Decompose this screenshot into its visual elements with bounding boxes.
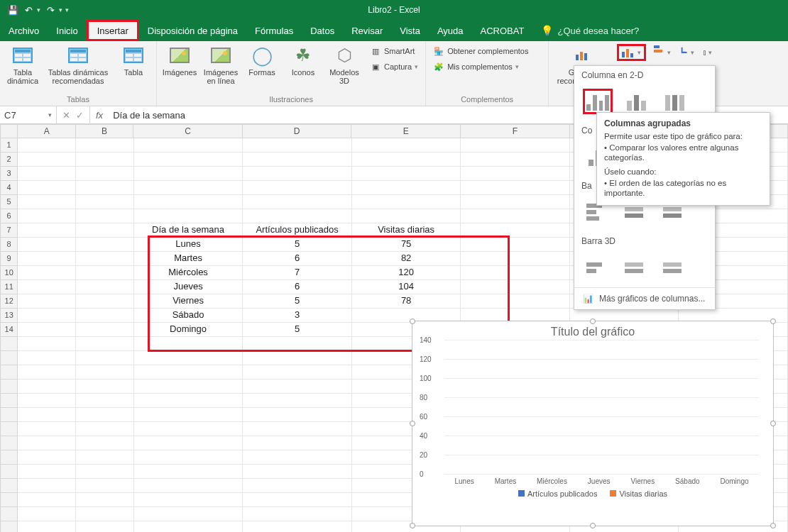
cell[interactable] bbox=[134, 493, 243, 507]
row-header[interactable]: 14 bbox=[0, 323, 18, 337]
cell[interactable] bbox=[76, 195, 134, 209]
cell[interactable] bbox=[76, 153, 134, 167]
row-header[interactable] bbox=[0, 450, 18, 465]
cell[interactable] bbox=[76, 408, 134, 422]
cell[interactable] bbox=[76, 209, 134, 223]
row-header[interactable]: 1 bbox=[0, 138, 18, 153]
bar-chart-button[interactable]: ▾ bbox=[649, 44, 674, 61]
chevron-down-icon[interactable]: ▾ bbox=[59, 6, 62, 13]
col-header[interactable]: B bbox=[76, 124, 133, 138]
cell[interactable] bbox=[76, 181, 134, 195]
cell[interactable] bbox=[18, 167, 76, 181]
cell[interactable]: Miércoles bbox=[134, 266, 243, 280]
cell[interactable]: 104 bbox=[352, 280, 461, 294]
cell[interactable] bbox=[134, 394, 243, 408]
cell[interactable] bbox=[461, 294, 570, 309]
cell[interactable] bbox=[461, 280, 570, 294]
online-images-button[interactable]: Imágenes en línea bbox=[202, 44, 239, 85]
cell[interactable]: 78 bbox=[352, 294, 461, 309]
cell[interactable]: Visitas diarias bbox=[352, 223, 461, 238]
tab-vista[interactable]: Vista bbox=[391, 20, 429, 41]
cell[interactable] bbox=[461, 223, 570, 238]
get-addins-button[interactable]: 🏪Obtener complementos bbox=[430, 44, 544, 58]
tab-ayuda[interactable]: Ayuda bbox=[429, 20, 472, 41]
pivot-table-button[interactable]: Tabla dinámica bbox=[4, 44, 41, 85]
col-header[interactable]: F bbox=[461, 124, 570, 138]
cell[interactable]: Sábado bbox=[134, 309, 243, 323]
cell[interactable]: Domingo bbox=[134, 323, 243, 337]
cell[interactable] bbox=[18, 266, 76, 280]
cell[interactable] bbox=[243, 479, 352, 493]
cell[interactable] bbox=[461, 238, 570, 252]
cell[interactable] bbox=[18, 450, 76, 465]
images-button[interactable]: Imágenes bbox=[161, 44, 198, 77]
hierarchy-chart-button[interactable]: ┗╸▾ bbox=[677, 44, 697, 61]
cell[interactable] bbox=[18, 238, 76, 252]
cell[interactable] bbox=[18, 252, 76, 266]
row-header[interactable] bbox=[0, 337, 18, 351]
row-header[interactable] bbox=[0, 465, 18, 479]
cell[interactable]: 6 bbox=[243, 280, 352, 294]
cell[interactable] bbox=[243, 521, 352, 532]
row-header[interactable]: 11 bbox=[0, 280, 18, 294]
cell[interactable] bbox=[134, 450, 243, 465]
cell[interactable] bbox=[461, 138, 570, 153]
screenshot-button[interactable]: ▣Captura ▾ bbox=[367, 60, 421, 74]
redo-icon[interactable]: ↷ bbox=[45, 4, 56, 16]
cell[interactable] bbox=[76, 323, 134, 337]
cell[interactable] bbox=[18, 422, 76, 436]
cell[interactable] bbox=[134, 521, 243, 532]
embedded-chart[interactable]: Título del gráfico 020406080100120140 Lu… bbox=[412, 321, 774, 526]
cell[interactable] bbox=[461, 181, 570, 195]
cell[interactable] bbox=[18, 479, 76, 493]
col-header[interactable]: E bbox=[351, 124, 461, 138]
col-header[interactable]: D bbox=[243, 124, 352, 138]
smartart-button[interactable]: ▥SmartArt bbox=[367, 44, 421, 58]
cell[interactable] bbox=[76, 521, 134, 532]
cell[interactable] bbox=[352, 167, 461, 181]
cell[interactable] bbox=[243, 507, 352, 521]
cell[interactable] bbox=[18, 493, 76, 507]
chevron-down-icon[interactable]: ▾ bbox=[48, 111, 52, 118]
cell[interactable] bbox=[18, 521, 76, 532]
cell[interactable] bbox=[76, 493, 134, 507]
stacked-column-option[interactable] bbox=[621, 89, 651, 114]
cell[interactable] bbox=[461, 153, 570, 167]
cell[interactable] bbox=[18, 138, 76, 153]
cell[interactable] bbox=[352, 181, 461, 195]
cell[interactable] bbox=[18, 337, 76, 351]
row-header[interactable] bbox=[0, 507, 18, 521]
cell[interactable] bbox=[76, 266, 134, 280]
tab-disposicion[interactable]: Disposición de página bbox=[139, 20, 246, 41]
statistic-chart-button[interactable]: ⫾▾ bbox=[700, 44, 715, 61]
cell[interactable]: 75 bbox=[352, 238, 461, 252]
cell[interactable] bbox=[18, 436, 76, 450]
cell[interactable] bbox=[76, 465, 134, 479]
cell[interactable] bbox=[18, 195, 76, 209]
cell[interactable]: Lunes bbox=[134, 238, 243, 252]
cell[interactable] bbox=[243, 167, 352, 181]
row-header[interactable]: 12 bbox=[0, 294, 18, 309]
cell[interactable] bbox=[76, 138, 134, 153]
row-header[interactable]: 4 bbox=[0, 181, 18, 195]
tab-formulas[interactable]: Fórmulas bbox=[246, 20, 302, 41]
cell[interactable] bbox=[18, 294, 76, 309]
cell[interactable] bbox=[76, 337, 134, 351]
cell[interactable]: Viernes bbox=[134, 294, 243, 309]
tab-archivo[interactable]: Archivo bbox=[0, 20, 48, 41]
cell[interactable]: Jueves bbox=[134, 280, 243, 294]
cancel-icon[interactable]: ✕ bbox=[62, 110, 70, 121]
row-header[interactable] bbox=[0, 422, 18, 436]
row-header[interactable] bbox=[0, 521, 18, 532]
cell[interactable] bbox=[352, 209, 461, 223]
row-header[interactable] bbox=[0, 408, 18, 422]
cell[interactable] bbox=[134, 181, 243, 195]
cell[interactable] bbox=[18, 507, 76, 521]
cell[interactable] bbox=[76, 238, 134, 252]
cell[interactable] bbox=[18, 351, 76, 365]
cell[interactable] bbox=[134, 153, 243, 167]
cell[interactable] bbox=[18, 365, 76, 379]
cell[interactable] bbox=[243, 195, 352, 209]
cell[interactable] bbox=[18, 394, 76, 408]
undo-icon[interactable]: ↶ bbox=[23, 4, 34, 16]
